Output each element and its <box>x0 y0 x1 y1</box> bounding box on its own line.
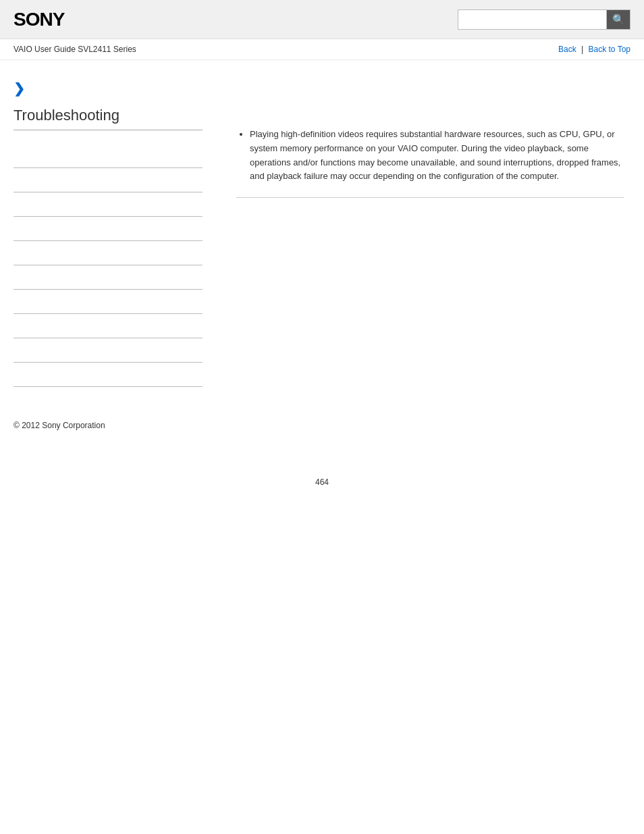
sidebar-link-10[interactable] <box>14 370 16 380</box>
list-item <box>14 217 203 241</box>
chevron-icon: ❯ <box>14 80 203 97</box>
sidebar-link-8[interactable] <box>14 321 16 331</box>
content-area: Playing high-definition videos requires … <box>216 60 644 400</box>
copyright-text: © 2012 Sony Corporation <box>14 421 105 430</box>
sidebar-title: Troubleshooting <box>14 107 203 130</box>
content-divider <box>236 197 624 198</box>
back-link[interactable]: Back <box>558 45 576 54</box>
sidebar-link-7[interactable] <box>14 297 16 307</box>
breadcrumb-separator: | <box>581 45 583 54</box>
search-icon: 🔍 <box>612 14 625 26</box>
list-item <box>14 265 203 290</box>
sidebar-link-5[interactable] <box>14 249 16 258</box>
sidebar-link-3[interactable] <box>14 200 16 209</box>
list-item <box>14 338 203 363</box>
search-input[interactable] <box>458 9 606 30</box>
list-item <box>14 363 203 387</box>
back-to-top-link[interactable]: Back to Top <box>589 45 630 54</box>
sidebar: ❯ Troubleshooting <box>0 60 216 400</box>
search-area: 🔍 <box>458 9 630 30</box>
sidebar-link-4[interactable] <box>14 224 16 234</box>
sony-logo: SONY <box>14 9 64 30</box>
sidebar-link-1[interactable] <box>14 151 16 161</box>
page-number: 464 <box>0 437 644 500</box>
breadcrumb-left: VAIO User Guide SVL2411 Series <box>14 45 136 54</box>
list-item <box>14 192 203 217</box>
content-spacer <box>236 74 624 128</box>
main-content: ❯ Troubleshooting <box>0 60 644 400</box>
footer: © 2012 Sony Corporation <box>0 400 644 437</box>
list-item <box>14 241 203 265</box>
search-button[interactable]: 🔍 <box>606 9 630 30</box>
content-bullet: Playing high-definition videos requires … <box>250 128 624 184</box>
sidebar-links <box>14 144 203 387</box>
sidebar-link-6[interactable] <box>14 273 16 282</box>
breadcrumb-bar: VAIO User Guide SVL2411 Series Back | Ba… <box>0 39 644 60</box>
list-item <box>14 290 203 314</box>
list-item <box>14 168 203 192</box>
sidebar-link-2[interactable] <box>14 176 16 185</box>
header: SONY 🔍 <box>0 0 644 39</box>
sidebar-link-9[interactable] <box>14 346 16 355</box>
breadcrumb-right: Back | Back to Top <box>558 45 630 54</box>
content-list: Playing high-definition videos requires … <box>236 128 624 184</box>
list-item <box>14 144 203 168</box>
list-item <box>14 314 203 338</box>
